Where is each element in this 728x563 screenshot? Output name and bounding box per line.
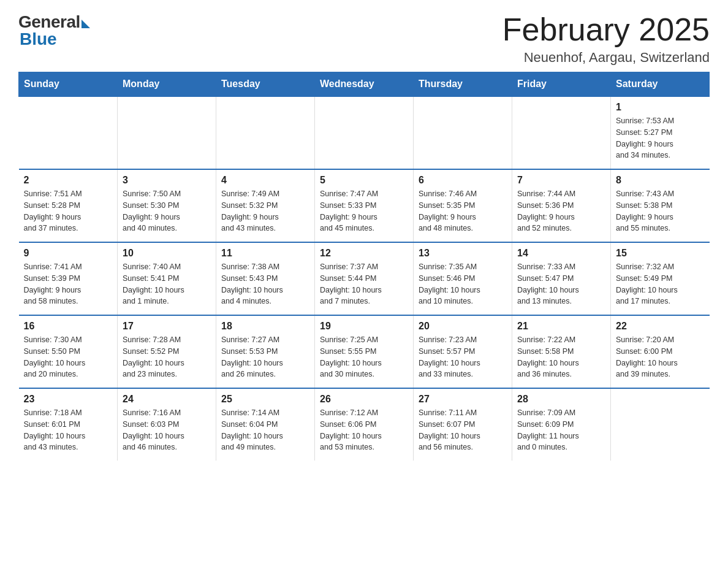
day-info: Sunrise: 7:23 AMSunset: 5:57 PMDaylight:… bbox=[419, 334, 507, 380]
title-block: February 2025 Neuenhof, Aargau, Switzerl… bbox=[502, 12, 710, 66]
day-number: 27 bbox=[419, 394, 507, 405]
day-info: Sunrise: 7:09 AMSunset: 6:09 PMDaylight:… bbox=[517, 407, 605, 453]
calendar-cell: 3Sunrise: 7:50 AMSunset: 5:30 PMDaylight… bbox=[118, 169, 216, 242]
day-info: Sunrise: 7:37 AMSunset: 5:44 PMDaylight:… bbox=[320, 261, 408, 307]
calendar-cell: 11Sunrise: 7:38 AMSunset: 5:43 PMDayligh… bbox=[216, 242, 315, 315]
calendar-cell: 21Sunrise: 7:22 AMSunset: 5:58 PMDayligh… bbox=[512, 315, 611, 388]
calendar-day-header: Monday bbox=[118, 72, 216, 97]
day-info: Sunrise: 7:14 AMSunset: 6:04 PMDaylight:… bbox=[221, 407, 309, 453]
calendar-cell bbox=[512, 96, 611, 169]
day-number: 12 bbox=[320, 248, 408, 259]
calendar-week-row: 23Sunrise: 7:18 AMSunset: 6:01 PMDayligh… bbox=[19, 388, 710, 461]
day-info: Sunrise: 7:22 AMSunset: 5:58 PMDaylight:… bbox=[517, 334, 605, 380]
day-info: Sunrise: 7:38 AMSunset: 5:43 PMDaylight:… bbox=[221, 261, 309, 307]
calendar-day-header: Sunday bbox=[19, 72, 118, 97]
calendar-cell: 8Sunrise: 7:43 AMSunset: 5:38 PMDaylight… bbox=[611, 169, 710, 242]
calendar-week-row: 16Sunrise: 7:30 AMSunset: 5:50 PMDayligh… bbox=[19, 315, 710, 388]
logo: General Blue bbox=[18, 12, 90, 49]
day-number: 10 bbox=[123, 248, 211, 259]
day-number: 5 bbox=[320, 175, 408, 186]
calendar-cell: 10Sunrise: 7:40 AMSunset: 5:41 PMDayligh… bbox=[118, 242, 216, 315]
day-info: Sunrise: 7:43 AMSunset: 5:38 PMDaylight:… bbox=[616, 188, 705, 234]
logo-blue-text: Blue bbox=[18, 29, 57, 49]
calendar-week-row: 1Sunrise: 7:53 AMSunset: 5:27 PMDaylight… bbox=[19, 96, 710, 169]
day-number: 15 bbox=[616, 248, 705, 259]
calendar-cell bbox=[19, 96, 118, 169]
page-header: General Blue February 2025 Neuenhof, Aar… bbox=[18, 12, 710, 66]
day-number: 11 bbox=[221, 248, 309, 259]
day-number: 17 bbox=[123, 321, 211, 332]
day-number: 14 bbox=[517, 248, 605, 259]
calendar-cell: 24Sunrise: 7:16 AMSunset: 6:03 PMDayligh… bbox=[118, 388, 216, 461]
day-info: Sunrise: 7:11 AMSunset: 6:07 PMDaylight:… bbox=[419, 407, 507, 453]
day-number: 23 bbox=[24, 394, 113, 405]
day-info: Sunrise: 7:50 AMSunset: 5:30 PMDaylight:… bbox=[123, 188, 211, 234]
calendar-cell: 1Sunrise: 7:53 AMSunset: 5:27 PMDaylight… bbox=[611, 96, 710, 169]
day-info: Sunrise: 7:40 AMSunset: 5:41 PMDaylight:… bbox=[123, 261, 211, 307]
calendar-cell: 4Sunrise: 7:49 AMSunset: 5:32 PMDaylight… bbox=[216, 169, 315, 242]
calendar-cell bbox=[216, 96, 315, 169]
calendar-cell: 12Sunrise: 7:37 AMSunset: 5:44 PMDayligh… bbox=[315, 242, 414, 315]
calendar-cell bbox=[611, 388, 710, 461]
calendar-cell: 6Sunrise: 7:46 AMSunset: 5:35 PMDaylight… bbox=[414, 169, 512, 242]
calendar-cell: 13Sunrise: 7:35 AMSunset: 5:46 PMDayligh… bbox=[414, 242, 512, 315]
day-info: Sunrise: 7:44 AMSunset: 5:36 PMDaylight:… bbox=[517, 188, 605, 234]
day-info: Sunrise: 7:12 AMSunset: 6:06 PMDaylight:… bbox=[320, 407, 408, 453]
day-number: 19 bbox=[320, 321, 408, 332]
calendar-cell: 17Sunrise: 7:28 AMSunset: 5:52 PMDayligh… bbox=[118, 315, 216, 388]
logo-arrow-icon bbox=[82, 20, 90, 28]
calendar-day-header: Tuesday bbox=[216, 72, 315, 97]
calendar-cell: 19Sunrise: 7:25 AMSunset: 5:55 PMDayligh… bbox=[315, 315, 414, 388]
day-number: 18 bbox=[221, 321, 309, 332]
calendar-cell: 27Sunrise: 7:11 AMSunset: 6:07 PMDayligh… bbox=[414, 388, 512, 461]
calendar-cell: 2Sunrise: 7:51 AMSunset: 5:28 PMDaylight… bbox=[19, 169, 118, 242]
calendar-subtitle: Neuenhof, Aargau, Switzerland bbox=[502, 50, 710, 66]
calendar-table: SundayMondayTuesdayWednesdayThursdayFrid… bbox=[18, 72, 710, 461]
day-number: 28 bbox=[517, 394, 605, 405]
day-info: Sunrise: 7:27 AMSunset: 5:53 PMDaylight:… bbox=[221, 334, 309, 380]
day-number: 6 bbox=[419, 175, 507, 186]
day-number: 8 bbox=[616, 175, 705, 186]
calendar-week-row: 9Sunrise: 7:41 AMSunset: 5:39 PMDaylight… bbox=[19, 242, 710, 315]
day-info: Sunrise: 7:18 AMSunset: 6:01 PMDaylight:… bbox=[24, 407, 113, 453]
day-number: 24 bbox=[123, 394, 211, 405]
day-info: Sunrise: 7:33 AMSunset: 5:47 PMDaylight:… bbox=[517, 261, 605, 307]
day-number: 13 bbox=[419, 248, 507, 259]
day-number: 21 bbox=[517, 321, 605, 332]
calendar-cell: 20Sunrise: 7:23 AMSunset: 5:57 PMDayligh… bbox=[414, 315, 512, 388]
calendar-day-header: Wednesday bbox=[315, 72, 414, 97]
day-number: 20 bbox=[419, 321, 507, 332]
day-info: Sunrise: 7:53 AMSunset: 5:27 PMDaylight:… bbox=[616, 115, 705, 161]
day-info: Sunrise: 7:16 AMSunset: 6:03 PMDaylight:… bbox=[123, 407, 211, 453]
day-info: Sunrise: 7:30 AMSunset: 5:50 PMDaylight:… bbox=[24, 334, 113, 380]
day-number: 3 bbox=[123, 175, 211, 186]
day-number: 4 bbox=[221, 175, 309, 186]
calendar-cell: 23Sunrise: 7:18 AMSunset: 6:01 PMDayligh… bbox=[19, 388, 118, 461]
day-number: 16 bbox=[24, 321, 113, 332]
calendar-cell: 9Sunrise: 7:41 AMSunset: 5:39 PMDaylight… bbox=[19, 242, 118, 315]
calendar-day-header: Saturday bbox=[611, 72, 710, 97]
calendar-cell: 16Sunrise: 7:30 AMSunset: 5:50 PMDayligh… bbox=[19, 315, 118, 388]
day-info: Sunrise: 7:51 AMSunset: 5:28 PMDaylight:… bbox=[24, 188, 113, 234]
calendar-header-row: SundayMondayTuesdayWednesdayThursdayFrid… bbox=[19, 72, 710, 97]
calendar-cell: 25Sunrise: 7:14 AMSunset: 6:04 PMDayligh… bbox=[216, 388, 315, 461]
day-info: Sunrise: 7:35 AMSunset: 5:46 PMDaylight:… bbox=[419, 261, 507, 307]
day-info: Sunrise: 7:28 AMSunset: 5:52 PMDaylight:… bbox=[123, 334, 211, 380]
calendar-cell: 15Sunrise: 7:32 AMSunset: 5:49 PMDayligh… bbox=[611, 242, 710, 315]
calendar-cell: 5Sunrise: 7:47 AMSunset: 5:33 PMDaylight… bbox=[315, 169, 414, 242]
day-info: Sunrise: 7:47 AMSunset: 5:33 PMDaylight:… bbox=[320, 188, 408, 234]
calendar-cell bbox=[414, 96, 512, 169]
day-number: 9 bbox=[24, 248, 113, 259]
calendar-cell: 14Sunrise: 7:33 AMSunset: 5:47 PMDayligh… bbox=[512, 242, 611, 315]
calendar-day-header: Friday bbox=[512, 72, 611, 97]
calendar-week-row: 2Sunrise: 7:51 AMSunset: 5:28 PMDaylight… bbox=[19, 169, 710, 242]
day-info: Sunrise: 7:49 AMSunset: 5:32 PMDaylight:… bbox=[221, 188, 309, 234]
day-info: Sunrise: 7:46 AMSunset: 5:35 PMDaylight:… bbox=[419, 188, 507, 234]
calendar-day-header: Thursday bbox=[414, 72, 512, 97]
calendar-cell: 22Sunrise: 7:20 AMSunset: 6:00 PMDayligh… bbox=[611, 315, 710, 388]
day-info: Sunrise: 7:41 AMSunset: 5:39 PMDaylight:… bbox=[24, 261, 113, 307]
day-number: 25 bbox=[221, 394, 309, 405]
day-info: Sunrise: 7:20 AMSunset: 6:00 PMDaylight:… bbox=[616, 334, 705, 380]
calendar-cell: 26Sunrise: 7:12 AMSunset: 6:06 PMDayligh… bbox=[315, 388, 414, 461]
calendar-title: February 2025 bbox=[502, 12, 710, 47]
